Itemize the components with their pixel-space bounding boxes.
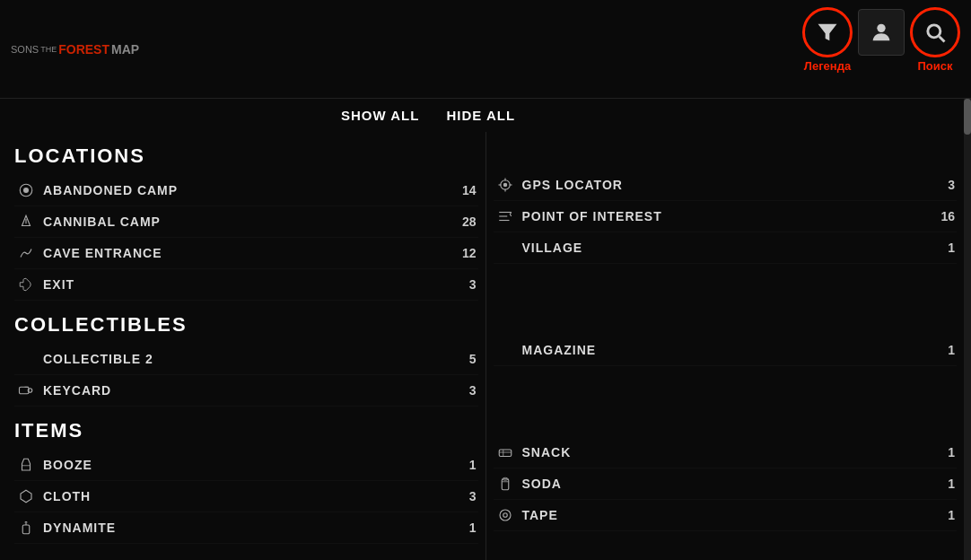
village-icon — [495, 238, 515, 258]
list-item[interactable]: CLOTH 3 — [14, 481, 478, 512]
item-count: 1 — [928, 241, 955, 255]
item-count: 1 — [928, 477, 955, 491]
item-count: 1 — [928, 445, 955, 459]
item-name: POINT OF INTEREST — [522, 209, 929, 223]
item-count: 12 — [450, 246, 477, 260]
gps-icon — [495, 175, 515, 195]
list-item[interactable]: SNACK 1 — [494, 437, 958, 468]
item-name: TAPE — [522, 508, 929, 522]
list-item[interactable]: GPS LOCATOR 3 — [494, 170, 958, 201]
hide-all-button[interactable]: HIDE ALL — [446, 108, 515, 123]
item-count: 3 — [450, 489, 477, 503]
svg-point-1 — [928, 25, 940, 38]
svg-point-14 — [503, 183, 507, 188]
exit-icon — [16, 275, 36, 294]
logo-the: THE — [40, 45, 57, 54]
poi-icon — [495, 206, 515, 226]
item-name: KEYCARD — [43, 383, 450, 398]
item-name: GPS LOCATOR — [522, 178, 929, 192]
right-column: GPS LOCATOR 3 POINT OF INTEREST 16 VILLA… — [486, 132, 965, 560]
left-column: LOCATIONS ABANDONED CAMP 14 CANNIBAL CAM… — [7, 132, 486, 560]
list-item[interactable]: EXIT 3 — [14, 269, 478, 301]
search-label: Поиск — [917, 59, 952, 73]
list-item[interactable]: BOOZE 1 — [14, 450, 478, 481]
profile-icon — [869, 20, 894, 45]
list-item[interactable]: DYNAMITE 1 — [14, 512, 478, 544]
item-count: 1 — [450, 521, 477, 535]
item-name: MAGAZINE — [522, 343, 929, 357]
item-name: EXIT — [43, 277, 450, 292]
item-name: CLOTH — [43, 489, 450, 503]
svg-point-30 — [500, 510, 511, 521]
item-count: 14 — [450, 183, 477, 197]
item-count: 28 — [450, 214, 477, 229]
item-count: 1 — [928, 508, 955, 522]
list-item[interactable]: ABANDONED CAMP 14 — [14, 175, 478, 206]
item-name: CAVE ENTRANCE — [43, 246, 450, 260]
item-name: BOOZE — [43, 458, 450, 472]
filter-icon — [815, 20, 840, 45]
cloth-icon — [16, 486, 36, 506]
logo-forest: FOREST — [58, 42, 109, 57]
keycard-icon — [16, 381, 36, 400]
header: SONS THE FOREST MAP Легенда — [0, 0, 971, 99]
item-count: 3 — [450, 277, 477, 292]
show-all-button[interactable]: SHOW ALL — [341, 108, 419, 123]
list-item[interactable]: KEYCARD 3 — [14, 375, 478, 407]
svg-point-31 — [503, 513, 507, 518]
item-count: 1 — [928, 343, 955, 357]
svg-point-0 — [877, 24, 885, 32]
legend-label: Легенда — [804, 59, 851, 73]
search-icon — [923, 20, 948, 45]
list-item[interactable]: POINT OF INTEREST 16 — [494, 201, 958, 232]
tape-icon — [495, 505, 515, 525]
item-name: COLLECTIBLE 2 — [43, 352, 450, 366]
logo: SONS THE FOREST MAP — [11, 42, 139, 57]
header-icons: Легенда Поиск — [802, 7, 960, 91]
locations-title: LOCATIONS — [14, 144, 478, 168]
snack-icon — [495, 442, 515, 462]
item-name: VILLAGE — [522, 241, 929, 255]
search-button[interactable] — [910, 7, 960, 57]
item-name: DYNAMITE — [43, 521, 450, 535]
cave-icon — [16, 243, 36, 263]
item-name: CANNIBAL CAMP — [43, 214, 450, 229]
svg-rect-6 — [20, 387, 30, 394]
camp-icon — [16, 180, 36, 200]
list-item[interactable]: TAPE 1 — [494, 500, 958, 531]
list-item[interactable]: COLLECTIBLE 2 5 — [14, 344, 478, 375]
list-item[interactable]: VILLAGE 1 — [494, 232, 958, 264]
collectible-icon — [16, 349, 36, 369]
dynamite-icon — [16, 518, 36, 538]
scrollbar-thumb[interactable] — [964, 132, 971, 135]
list-item[interactable]: CANNIBAL CAMP 28 — [14, 206, 478, 238]
logo-map: MAP — [111, 42, 139, 57]
logo-sons: SONS — [11, 44, 39, 55]
magazine-icon — [495, 340, 515, 360]
profile-button[interactable] — [858, 9, 905, 56]
list-item[interactable]: MAGAZINE 1 — [494, 335, 958, 366]
svg-line-2 — [940, 37, 945, 42]
soda-icon — [495, 474, 515, 494]
legend-button[interactable] — [802, 7, 853, 57]
item-count: 1 — [450, 458, 477, 472]
list-item[interactable]: CAVE ENTRANCE 12 — [14, 238, 478, 269]
cannibal-icon — [16, 212, 36, 232]
list-item[interactable]: SODA 1 — [494, 468, 958, 500]
item-name: SNACK — [522, 445, 929, 459]
svg-rect-11 — [22, 525, 30, 534]
item-name: ABANDONED CAMP — [43, 183, 450, 197]
show-hide-bar: SHOW ALL HIDE ALL — [0, 99, 971, 132]
svg-rect-24 — [499, 450, 512, 457]
collectibles-title: COLLECTIBLES — [14, 313, 478, 337]
scrollbar-track[interactable] — [964, 132, 971, 560]
booze-icon — [16, 455, 36, 475]
svg-point-4 — [23, 188, 29, 193]
items-title: ITEMS — [14, 419, 478, 442]
item-count: 3 — [450, 383, 477, 398]
main-content: LOCATIONS ABANDONED CAMP 14 CANNIBAL CAM… — [0, 132, 971, 560]
item-count: 3 — [928, 178, 955, 192]
svg-line-23 — [510, 214, 512, 216]
item-count: 16 — [928, 209, 955, 223]
svg-marker-10 — [21, 490, 31, 503]
